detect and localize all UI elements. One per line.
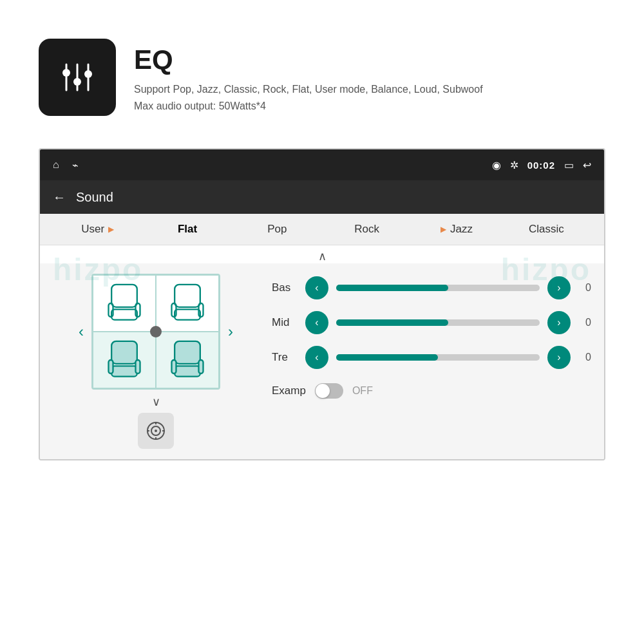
back-icon[interactable]: ↩ xyxy=(583,159,591,171)
seat-rear-right-icon xyxy=(168,337,207,383)
bas-track[interactable] xyxy=(336,285,540,291)
seat-front-left-icon xyxy=(105,281,144,326)
tre-decrease-btn[interactable]: ‹ xyxy=(305,346,328,369)
eq-description: Support Pop, Jazz, Classic, Rock, Flat, … xyxy=(134,81,483,114)
bas-slider-row: Bas ‹ › 0 xyxy=(272,276,591,299)
eq-mode-jazz[interactable]: ▶ Jazz xyxy=(412,223,501,236)
svg-rect-10 xyxy=(175,285,200,307)
seat-front-right[interactable] xyxy=(156,275,219,332)
mid-track[interactable] xyxy=(336,319,540,326)
speaker-right-arrow[interactable]: › xyxy=(228,323,233,341)
eq-mode-jazz-label: Jazz xyxy=(450,223,473,236)
bas-fill xyxy=(336,285,448,291)
svg-rect-11 xyxy=(175,309,200,319)
tre-increase-btn[interactable]: › xyxy=(547,346,571,369)
seat-front-right-icon xyxy=(168,281,207,326)
home-icon: ⌂ xyxy=(53,159,59,171)
eq-description-line1: Support Pop, Jazz, Classic, Rock, Flat, … xyxy=(134,81,483,98)
toggle-knob xyxy=(316,384,330,398)
user-arrow-icon: ▶ xyxy=(108,225,114,234)
svg-point-5 xyxy=(84,70,92,78)
eq-text: EQ Support Pop, Jazz, Classic, Rock, Fla… xyxy=(134,39,483,114)
chevron-up-container: ∧ xyxy=(40,245,604,263)
seat-rear-right[interactable] xyxy=(156,332,219,388)
page-wrapper: EQ Support Pop, Jazz, Classic, Rock, Fla… xyxy=(0,0,644,644)
examp-label: Examp xyxy=(272,384,306,397)
eq-mode-pop[interactable]: Pop xyxy=(232,223,322,236)
usb-icon: ⌁ xyxy=(72,159,79,171)
back-button[interactable]: ← xyxy=(53,190,66,205)
examp-toggle[interactable] xyxy=(315,383,343,399)
eq-mode-classic[interactable]: Classic xyxy=(502,223,591,236)
svg-rect-18 xyxy=(175,341,200,364)
eq-header-section: EQ Support Pop, Jazz, Classic, Rock, Fla… xyxy=(39,39,605,116)
svg-rect-14 xyxy=(111,341,137,364)
svg-point-1 xyxy=(62,69,70,77)
target-icon xyxy=(146,421,166,441)
svg-rect-7 xyxy=(111,309,137,319)
mid-slider-row: Mid ‹ › 0 xyxy=(272,311,591,334)
mid-decrease-btn[interactable]: ‹ xyxy=(305,311,328,334)
tre-slider-row: Tre ‹ › 0 xyxy=(272,346,591,369)
bottom-section: ‹ xyxy=(40,263,604,459)
examp-state: OFF xyxy=(352,385,373,397)
eq-mode-flat[interactable]: Flat xyxy=(142,223,232,236)
eq-mode-user-label: User xyxy=(81,223,104,236)
mid-increase-btn[interactable]: › xyxy=(547,311,571,334)
mid-label: Mid xyxy=(272,316,298,329)
speaker-section: ‹ xyxy=(53,274,259,449)
svg-rect-17 xyxy=(136,360,140,374)
eq-mode-flat-label: Flat xyxy=(178,223,197,236)
seat-rear-left[interactable] xyxy=(93,332,156,388)
status-left: ⌂ ⌁ xyxy=(53,159,79,171)
speaker-controls: ∨ xyxy=(138,395,174,449)
location-icon: ◉ xyxy=(492,159,501,171)
equalizer-icon xyxy=(55,55,100,100)
device-screen: ⌂ ⌁ ◉ ✲ 00:02 ▭ ↩ ← Sound User ▶ xyxy=(39,148,605,460)
eq-modes-row: User ▶ Flat Pop Rock ▶ Jazz Classic xyxy=(40,214,604,245)
examp-row: Examp OFF xyxy=(272,383,591,399)
bluetooth-icon: ✲ xyxy=(510,159,518,171)
eq-title: EQ xyxy=(134,45,483,75)
battery-icon: ▭ xyxy=(564,159,574,171)
eq-mode-classic-label: Classic xyxy=(529,223,564,236)
bas-decrease-btn[interactable]: ‹ xyxy=(305,276,328,299)
seat-rear-left-icon xyxy=(105,337,144,383)
eq-icon-box xyxy=(39,39,116,116)
chevron-down-icon[interactable]: ∨ xyxy=(152,395,160,409)
speaker-grid xyxy=(91,274,220,390)
svg-rect-16 xyxy=(109,360,113,374)
eq-mode-user[interactable]: User ▶ xyxy=(53,223,142,236)
tre-fill xyxy=(336,354,438,361)
svg-rect-15 xyxy=(111,366,137,376)
svg-rect-6 xyxy=(111,285,137,307)
speaker-left-arrow[interactable]: ‹ xyxy=(79,323,84,341)
mid-fill xyxy=(336,319,448,326)
svg-rect-19 xyxy=(175,366,200,376)
seat-front-left[interactable] xyxy=(93,275,156,332)
jazz-arrow-icon: ▶ xyxy=(440,225,446,234)
sound-header-bar: ← Sound xyxy=(40,180,604,214)
svg-point-24 xyxy=(155,430,157,432)
tre-track[interactable] xyxy=(336,354,540,361)
bas-increase-btn[interactable]: › xyxy=(547,276,571,299)
tre-value: 0 xyxy=(578,352,591,363)
status-right: ◉ ✲ 00:02 ▭ ↩ xyxy=(492,159,591,171)
eq-description-line2: Max audio output: 50Watts*4 xyxy=(134,98,483,115)
svg-rect-20 xyxy=(172,360,176,374)
modes-and-content: User ▶ Flat Pop Rock ▶ Jazz Classic xyxy=(40,214,604,459)
eq-sliders-section: Bas ‹ › 0 Mid ‹ xyxy=(272,274,591,449)
svg-rect-21 xyxy=(199,360,204,374)
target-button[interactable] xyxy=(138,413,174,449)
status-bar: ⌂ ⌁ ◉ ✲ 00:02 ▭ ↩ xyxy=(40,149,604,180)
chevron-up-icon[interactable]: ∧ xyxy=(318,249,327,263)
bas-label: Bas xyxy=(272,281,298,294)
eq-mode-pop-label: Pop xyxy=(267,223,287,236)
tre-label: Tre xyxy=(272,351,298,364)
mid-value: 0 xyxy=(578,317,591,328)
status-time: 00:02 xyxy=(527,160,555,171)
eq-mode-rock-label: Rock xyxy=(354,223,379,236)
speaker-nav: ‹ xyxy=(79,274,233,390)
eq-mode-rock[interactable]: Rock xyxy=(322,223,412,236)
svg-point-3 xyxy=(73,78,81,86)
